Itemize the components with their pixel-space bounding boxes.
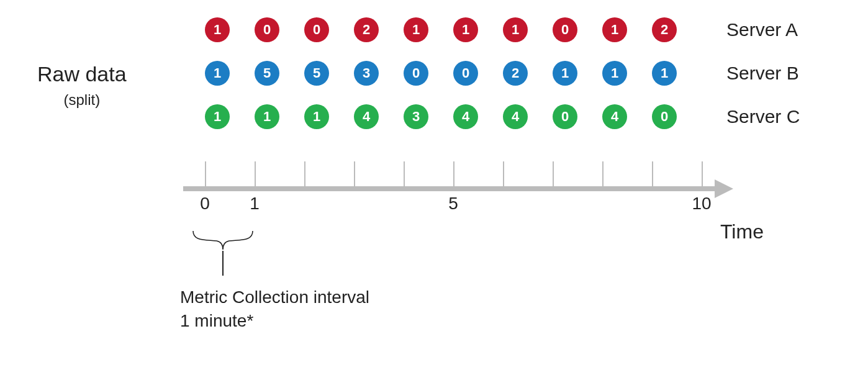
interval-annotation: Metric Collection interval 1 minute* (180, 286, 369, 333)
axis-tick-label: 0 (200, 194, 210, 214)
interval-brace (189, 230, 257, 276)
series-row: 1002111012Server A (205, 17, 800, 42)
data-point: 4 (503, 104, 528, 129)
series-label: Server C (726, 106, 800, 127)
data-point: 0 (453, 61, 478, 86)
data-point: 0 (553, 104, 577, 129)
data-point: 1 (205, 61, 230, 86)
data-point: 0 (553, 17, 577, 42)
data-point: 2 (503, 61, 528, 86)
brace-icon (192, 230, 254, 251)
data-point: 2 (354, 17, 379, 42)
data-point: 1 (553, 61, 577, 86)
raw-data-title: Raw data (37, 62, 127, 86)
data-point: 1 (404, 17, 428, 42)
data-point: 5 (304, 61, 329, 86)
data-point: 4 (453, 104, 478, 129)
data-point: 1 (255, 104, 279, 129)
data-point: 1 (205, 104, 230, 129)
data-point: 0 (652, 104, 677, 129)
data-point: 1 (453, 17, 478, 42)
raw-data-label: Raw data (split) (37, 62, 127, 109)
time-axis-label: Time (720, 220, 764, 243)
axis-tick (354, 161, 355, 186)
series-row: 1114344040Server C (205, 104, 800, 129)
axis-tick (553, 161, 554, 186)
data-point: 5 (255, 61, 279, 86)
axis-line (183, 186, 717, 191)
series-label: Server B (726, 63, 799, 84)
data-point: 1 (503, 17, 528, 42)
time-axis: 01510 (183, 161, 717, 205)
data-point: 3 (404, 104, 428, 129)
data-point: 4 (354, 104, 379, 129)
data-point: 1 (205, 17, 230, 42)
data-point: 0 (404, 61, 428, 86)
data-point: 1 (602, 17, 627, 42)
axis-tick (304, 161, 305, 186)
data-point: 1 (304, 104, 329, 129)
data-point: 0 (255, 17, 279, 42)
data-rows: 1002111012Server A1553002111Server B1114… (205, 17, 800, 148)
axis-tick-label: 1 (250, 194, 260, 214)
axis-arrow-icon (715, 179, 733, 198)
series-row: 1553002111Server B (205, 61, 800, 86)
raw-data-subtitle: (split) (37, 91, 127, 109)
axis-tick-label: 10 (692, 194, 711, 214)
brace-stem (222, 251, 224, 276)
data-point: 0 (304, 17, 329, 42)
axis-tick (404, 161, 405, 186)
axis-tick (205, 161, 206, 186)
axis-tick (652, 161, 653, 186)
data-point: 1 (652, 61, 677, 86)
data-point: 4 (602, 104, 627, 129)
axis-tick (453, 161, 454, 186)
annotation-line2: 1 minute* (180, 309, 369, 333)
axis-tick (702, 161, 703, 186)
data-point: 1 (602, 61, 627, 86)
annotation-line1: Metric Collection interval (180, 286, 369, 309)
axis-tick (255, 161, 256, 186)
axis-tick (602, 161, 604, 186)
series-label: Server A (726, 19, 798, 40)
axis-tick-label: 5 (448, 194, 458, 214)
data-point: 2 (652, 17, 677, 42)
axis-tick (503, 161, 504, 186)
data-point: 3 (354, 61, 379, 86)
